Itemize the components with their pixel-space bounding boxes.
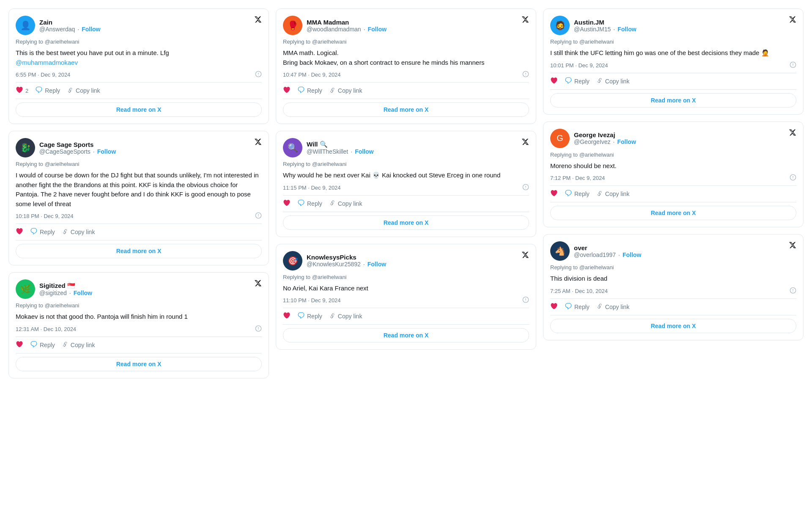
copy-link-button[interactable]: Copy link <box>596 77 630 85</box>
copy-link-button[interactable]: Copy link <box>62 341 95 349</box>
tweet-header: GGeorge Ivezaj@GeorgeIvez·Follow <box>550 129 796 148</box>
reply-label: Reply <box>574 304 590 310</box>
x-logo-icon[interactable] <box>521 138 529 148</box>
heart-button[interactable] <box>550 302 558 312</box>
mention-link[interactable]: @muhammadmokaev <box>16 59 78 66</box>
heart-icon <box>16 340 23 350</box>
divider <box>16 224 262 224</box>
info-icon[interactable] <box>522 296 529 304</box>
reply-button[interactable]: Reply <box>30 340 55 350</box>
tweet-card: 🥊MMA Madman@woodlandmadman·FollowReplyin… <box>276 8 536 124</box>
info-icon[interactable] <box>522 71 529 79</box>
read-more-button[interactable]: Read more on X <box>16 357 262 371</box>
copy-link-button[interactable]: Copy link <box>329 199 362 207</box>
info-icon[interactable] <box>790 61 796 69</box>
follow-button[interactable]: Follow <box>617 138 636 145</box>
user-info: KnowlesysPicks@KnowlesKur25892·Follow <box>307 254 386 268</box>
user-info: George Ivezaj@GeorgeIvez·Follow <box>574 131 636 145</box>
tweet-body: I would of course be down for the DJ fig… <box>16 171 262 209</box>
copy-link-button[interactable]: Copy link <box>596 303 630 311</box>
username-row: @AustinJM15·Follow <box>574 26 636 33</box>
tweet-timestamp-row: 10:18 PM · Dec 9, 2024 <box>16 212 262 220</box>
heart-button[interactable] <box>16 340 23 350</box>
separator: · <box>618 251 620 258</box>
info-icon[interactable] <box>522 184 529 192</box>
follow-button[interactable]: Follow <box>617 26 636 33</box>
x-logo-icon[interactable] <box>254 16 262 25</box>
follow-button[interactable]: Follow <box>623 251 641 258</box>
info-icon[interactable] <box>255 71 262 79</box>
info-icon[interactable] <box>790 287 796 295</box>
avatar: 🎯 <box>283 251 302 271</box>
divider <box>283 99 529 99</box>
read-more-button[interactable]: Read more on X <box>16 244 262 258</box>
reply-button[interactable]: Reply <box>565 77 590 86</box>
copy-link-button[interactable]: Copy link <box>596 190 630 198</box>
follow-button[interactable]: Follow <box>355 148 373 155</box>
reply-button[interactable]: Reply <box>565 189 590 199</box>
tweet-timestamp-row: 7:25 AM · Dec 10, 2024 <box>550 287 796 295</box>
x-logo-icon[interactable] <box>521 251 529 261</box>
copy-link-button[interactable]: Copy link <box>67 87 100 95</box>
reply-icon <box>297 86 305 95</box>
x-logo-icon[interactable] <box>789 241 796 251</box>
tweet-timestamp: 6:55 PM · Dec 9, 2024 <box>16 72 70 78</box>
reply-button[interactable]: Reply <box>297 199 322 208</box>
x-logo-icon[interactable] <box>789 129 796 138</box>
copy-link-button[interactable]: Copy link <box>62 228 95 236</box>
follow-button[interactable]: Follow <box>368 26 387 33</box>
divider <box>283 308 529 308</box>
tweets-grid: 👤Zain@Answerdaq·FollowReplying to @ariel… <box>8 8 804 378</box>
follow-button[interactable]: Follow <box>97 148 116 155</box>
tweet-header: 🐉Cage Sage Sports@CageSageSports·Follow <box>16 138 262 157</box>
username: @CageSageSports <box>39 148 91 155</box>
separator: · <box>363 261 365 268</box>
reply-button[interactable]: Reply <box>565 302 590 312</box>
heart-button[interactable]: 2 <box>16 86 28 95</box>
heart-button[interactable] <box>550 189 558 199</box>
heart-icon <box>283 86 291 95</box>
tweet-timestamp-row: 7:12 PM · Dec 9, 2024 <box>550 174 796 182</box>
heart-button[interactable] <box>16 227 23 237</box>
info-icon[interactable] <box>255 212 262 220</box>
info-icon[interactable] <box>255 325 262 333</box>
follow-button[interactable]: Follow <box>74 290 92 296</box>
reply-icon <box>565 189 572 199</box>
tweet-timestamp: 11:10 PM · Dec 9, 2024 <box>283 297 341 304</box>
reply-button[interactable]: Reply <box>30 227 55 237</box>
tweet-header: 🌿Sigitized 🇸🇬@sigitized·Follow <box>16 279 262 299</box>
read-more-button[interactable]: Read more on X <box>550 206 796 220</box>
tweet-actions: 2ReplyCopy link <box>16 86 262 95</box>
read-more-button[interactable]: Read more on X <box>16 102 262 117</box>
heart-icon <box>550 302 558 312</box>
copy-link-button[interactable]: Copy link <box>329 312 362 320</box>
reply-button[interactable]: Reply <box>297 86 322 95</box>
tweet-timestamp: 12:31 AM · Dec 10, 2024 <box>16 326 76 332</box>
reply-label: Reply <box>307 87 322 94</box>
heart-button[interactable] <box>283 312 291 321</box>
copy-link-button[interactable]: Copy link <box>329 87 362 95</box>
follow-button[interactable]: Follow <box>368 261 386 268</box>
reply-button[interactable]: Reply <box>35 86 60 95</box>
separator: · <box>613 138 615 145</box>
info-icon[interactable] <box>790 174 796 182</box>
separator: · <box>351 148 352 155</box>
reply-button[interactable]: Reply <box>297 312 322 321</box>
divider <box>283 324 529 325</box>
x-logo-icon[interactable] <box>254 279 262 289</box>
heart-button[interactable] <box>283 199 291 208</box>
heart-button[interactable] <box>550 77 558 86</box>
x-logo-icon[interactable] <box>789 16 796 25</box>
read-more-button[interactable]: Read more on X <box>283 102 529 117</box>
heart-button[interactable] <box>283 86 291 95</box>
x-logo-icon[interactable] <box>521 16 529 25</box>
avatar: 🧔 <box>550 16 570 35</box>
replying-to: Replying to @arielhelwani <box>550 264 796 271</box>
read-more-button[interactable]: Read more on X <box>550 319 796 333</box>
read-more-button[interactable]: Read more on X <box>550 93 796 108</box>
read-more-button[interactable]: Read more on X <box>283 328 529 342</box>
x-logo-icon[interactable] <box>254 138 262 148</box>
follow-button[interactable]: Follow <box>82 26 100 33</box>
avatar: 🔍 <box>283 138 302 157</box>
read-more-button[interactable]: Read more on X <box>283 215 529 230</box>
